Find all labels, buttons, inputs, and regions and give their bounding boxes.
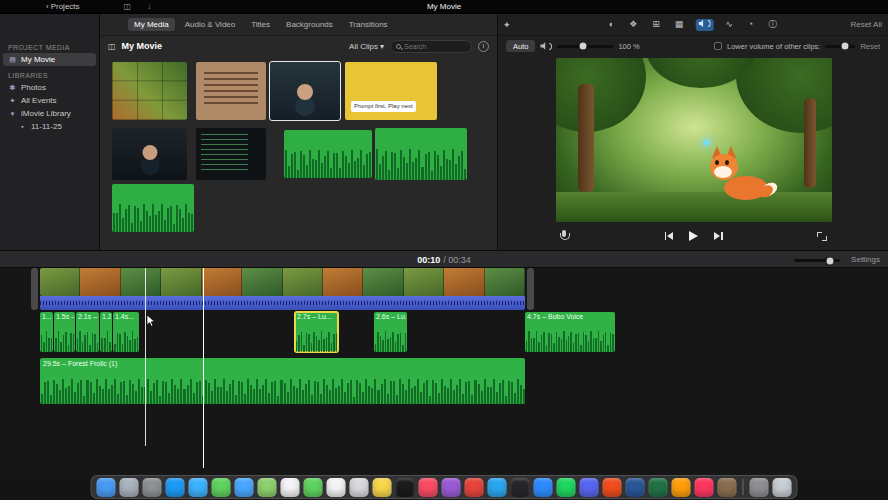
clip-audio-1[interactable]	[284, 130, 372, 178]
dock-app[interactable]	[750, 478, 769, 497]
clip-presenter[interactable]	[270, 62, 340, 120]
dock-app[interactable]	[120, 478, 139, 497]
dock-app[interactable]	[327, 478, 346, 497]
audio-clip[interactable]: 2.1s – L...	[76, 312, 99, 352]
search-input[interactable]	[404, 43, 464, 50]
dock-app[interactable]	[580, 478, 599, 497]
tab-my-media[interactable]: My Media	[128, 18, 175, 31]
filmstrip-frame[interactable]	[283, 268, 323, 296]
info-icon[interactable]: ⓘ	[765, 19, 780, 30]
filmstrip-frame[interactable]	[121, 268, 161, 296]
timeline-zoom-slider[interactable]	[794, 259, 840, 262]
next-button[interactable]	[714, 232, 723, 240]
dock-app[interactable]	[465, 478, 484, 497]
enhance-icon[interactable]: ✦	[503, 20, 511, 30]
speed-icon[interactable]: ◔	[745, 19, 756, 30]
filmstrip-frame[interactable]	[202, 268, 242, 296]
dock-app[interactable]	[626, 478, 645, 497]
clip-terminal[interactable]	[196, 128, 266, 180]
clip-presenter-2[interactable]	[112, 128, 187, 180]
tab-transitions[interactable]: Transitions	[343, 18, 394, 31]
dock-app[interactable]	[419, 478, 438, 497]
filmstrip-frame[interactable]	[80, 268, 120, 296]
dock-app[interactable]	[258, 478, 277, 497]
audio-clip[interactable]: 1.5s –...	[54, 312, 75, 352]
dock-app[interactable]	[97, 478, 116, 497]
audio-clip[interactable]: 2.6s – Lu...	[374, 312, 407, 352]
audio-clip[interactable]: 4.7s – Bobo Voice	[525, 312, 615, 352]
playhead[interactable]	[203, 268, 204, 468]
dock-app[interactable]	[603, 478, 622, 497]
dock-app[interactable]	[442, 478, 461, 497]
timeline-settings-button[interactable]: Settings	[851, 255, 880, 264]
fullscreen-icon[interactable]	[817, 232, 827, 241]
tab-backgrounds[interactable]: Backgrounds	[280, 18, 339, 31]
dock-app[interactable]	[534, 478, 553, 497]
dock-app[interactable]	[396, 478, 415, 497]
dock-app[interactable]	[235, 478, 254, 497]
video-clip-filmstrip[interactable]	[40, 268, 525, 296]
dock-app[interactable]	[350, 478, 369, 497]
filmstrip-frame[interactable]	[161, 268, 201, 296]
dock-app[interactable]	[189, 478, 208, 497]
filmstrip-frame[interactable]	[363, 268, 403, 296]
dock-app[interactable]	[672, 478, 691, 497]
dock-app[interactable]	[166, 478, 185, 497]
previous-button[interactable]	[665, 232, 674, 240]
dock-app[interactable]	[281, 478, 300, 497]
clip-audio-2[interactable]	[375, 128, 467, 180]
play-button[interactable]	[689, 231, 698, 241]
lower-volume-slider[interactable]	[825, 45, 855, 48]
clip-appearance-icon[interactable]: ◫	[108, 42, 116, 51]
search-field[interactable]	[390, 40, 472, 53]
dock-app[interactable]	[488, 478, 507, 497]
all-clips-dropdown[interactable]: All Clips ▾	[349, 42, 384, 51]
clip-notes[interactable]	[196, 62, 266, 120]
sidebar-item-photos[interactable]: ✽Photos	[0, 81, 99, 94]
volume-slider[interactable]	[557, 45, 613, 48]
tab-audio-video[interactable]: Audio & Video	[179, 18, 242, 31]
dock-app[interactable]	[773, 478, 792, 497]
clip-duration-icon[interactable]	[478, 41, 489, 52]
auto-volume-button[interactable]: Auto	[506, 40, 535, 52]
dock-app[interactable]	[557, 478, 576, 497]
color-correction-icon[interactable]: ◐	[606, 19, 617, 30]
music-clip[interactable]: 29.5s – Forest Frolic (1)	[40, 358, 525, 404]
filmstrip-frame[interactable]	[444, 268, 484, 296]
sidebar-item-all-events[interactable]: ✦All Events	[0, 94, 99, 107]
import-media-icon[interactable]: ↓	[147, 2, 151, 11]
dock-app[interactable]	[718, 478, 737, 497]
trim-handle-right[interactable]	[527, 268, 534, 310]
dock-app[interactable]	[511, 478, 530, 497]
dock-app[interactable]	[373, 478, 392, 497]
filmstrip-frame[interactable]	[242, 268, 282, 296]
audio-clip[interactable]: 1.2...	[100, 312, 112, 352]
window-layout-icon[interactable]: ◫	[124, 2, 132, 11]
sidebar-item-11-11-25[interactable]: ▪11-11-25	[0, 120, 99, 133]
dock-app[interactable]	[212, 478, 231, 497]
reset-all-button[interactable]: Reset All	[850, 20, 882, 29]
stabilization-icon[interactable]: ▦	[672, 19, 687, 30]
audio-clip[interactable]: 1...	[40, 312, 53, 352]
clip-audio-3[interactable]	[112, 184, 194, 232]
trim-handle-left[interactable]	[31, 268, 38, 310]
clip-fox-collage[interactable]	[112, 62, 187, 120]
sidebar-item-my-movie[interactable]: ▤My Movie	[3, 53, 96, 66]
reset-button[interactable]: Reset	[860, 42, 880, 51]
audio-clip[interactable]: 1.4s...	[113, 312, 139, 352]
dock-app[interactable]	[304, 478, 323, 497]
back-to-projects-button[interactable]: ‹ Projects	[46, 2, 80, 11]
microphone-icon[interactable]	[560, 230, 568, 242]
crop-icon[interactable]: ⊞	[649, 19, 663, 30]
filmstrip-frame[interactable]	[323, 268, 363, 296]
dock-app[interactable]	[143, 478, 162, 497]
sidebar-item-imovie-library[interactable]: ▾iMovie Library	[0, 107, 99, 120]
filmstrip-frame[interactable]	[485, 268, 525, 296]
color-balance-icon[interactable]: ❖	[626, 19, 640, 30]
filmstrip-frame[interactable]	[40, 268, 80, 296]
audio-clip[interactable]: 2.7s – Lu...	[295, 312, 338, 352]
dock-app[interactable]	[695, 478, 714, 497]
dock-app[interactable]	[649, 478, 668, 497]
tab-titles[interactable]: Titles	[245, 18, 276, 31]
noise-reduction-icon[interactable]: ∿	[722, 19, 736, 30]
